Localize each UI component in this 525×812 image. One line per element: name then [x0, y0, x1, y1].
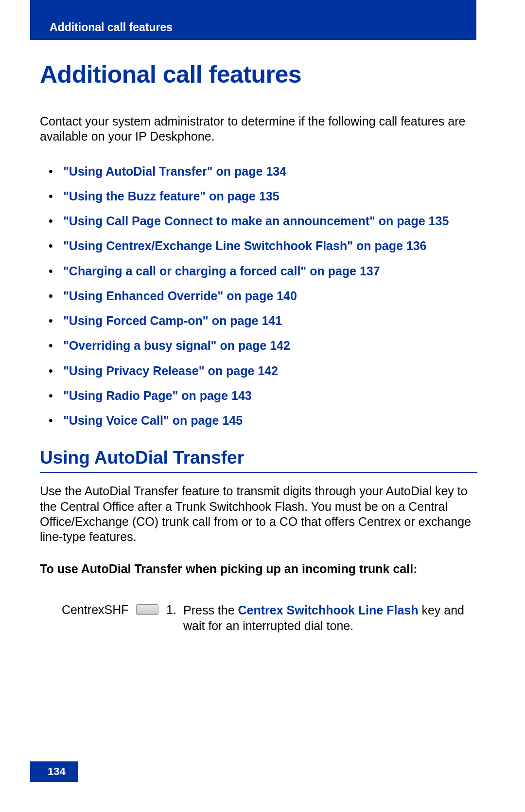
toc-item[interactable]: "Using Enhanced Override" on page 140	[40, 289, 477, 304]
section-heading: Using AutoDial Transfer	[40, 448, 477, 468]
toc-item[interactable]: "Charging a call or charging a forced ca…	[40, 264, 477, 279]
step-text-prefix: Press the	[183, 603, 238, 617]
section-body: Use the AutoDial Transfer feature to tra…	[40, 484, 477, 544]
toc-item[interactable]: "Using Radio Page" on page 143	[40, 388, 477, 403]
step-instruction: 1. Press the Centrex Switchhook Line Fla…	[166, 603, 477, 633]
intro-paragraph: Contact your system administrator to det…	[40, 114, 477, 144]
footer-bar: 134	[30, 761, 78, 782]
key-label: CentrexSHF	[62, 603, 129, 617]
running-head: Additional call features	[50, 21, 173, 34]
page-title: Additional call features	[40, 60, 477, 89]
toc-item[interactable]: "Using Voice Call" on page 145	[40, 413, 477, 428]
step-key-area: CentrexSHF	[40, 603, 166, 617]
step-text-emphasis: Centrex Switchhook Line Flash	[238, 603, 419, 617]
section-rule	[40, 472, 477, 473]
toc-item[interactable]: "Using Privacy Release" on page 142	[40, 363, 477, 379]
header-bar: Additional call features	[30, 0, 476, 40]
toc-item[interactable]: "Using the Buzz feature" on page 135	[40, 189, 477, 204]
section-subheading: To use AutoDial Transfer when picking up…	[40, 562, 477, 576]
page-number: 134	[48, 765, 66, 778]
step-number: 1.	[166, 603, 183, 617]
toc-item[interactable]: "Using AutoDial Transfer" on page 134	[40, 164, 477, 179]
toc-item[interactable]: "Overriding a busy signal" on page 142	[40, 338, 477, 353]
toc-item[interactable]: "Using Centrex/Exchange Line Switchhook …	[40, 238, 477, 253]
toc-list: "Using AutoDial Transfer" on page 134 "U…	[40, 164, 477, 429]
page-content: Additional call features Contact your sy…	[40, 40, 477, 633]
step-row: CentrexSHF 1. Press the Centrex Switchho…	[40, 603, 477, 633]
softkey-icon	[136, 604, 158, 615]
step-text: Press the Centrex Switchhook Line Flash …	[183, 603, 477, 633]
toc-item[interactable]: "Using Forced Camp-on" on page 141	[40, 313, 477, 328]
toc-item[interactable]: "Using Call Page Connect to make an anno…	[40, 214, 477, 229]
